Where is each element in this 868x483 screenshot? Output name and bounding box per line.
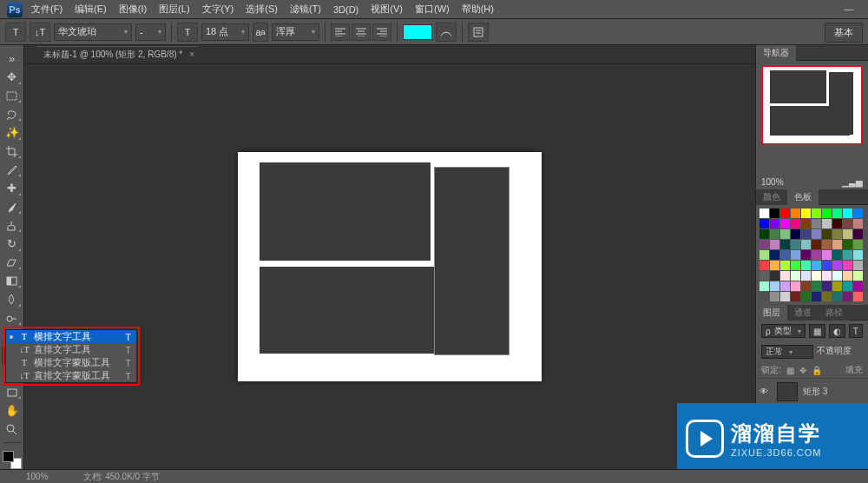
status-doc-info[interactable]: 文档: 450.0K/0 字节 [83,471,160,483]
swatches-tab[interactable]: 色板 [787,189,819,205]
flyout-vertical-type-mask[interactable]: ↓T 直排文字蒙版工具 T [6,369,136,382]
swatch[interactable] [843,219,852,228]
swatch[interactable] [791,281,800,291]
menu-layer[interactable]: 图层(L) [159,3,189,16]
swatch[interactable] [843,292,852,301]
swatch[interactable] [822,292,832,301]
swatch[interactable] [780,271,790,281]
swatch[interactable] [832,250,842,260]
filter-adjust-icon[interactable]: ◐ [829,324,845,338]
menu-view[interactable]: 视图(V) [371,3,403,16]
filter-type-icon[interactable]: T [849,324,863,338]
swatch[interactable] [770,292,779,301]
menu-select[interactable]: 选择(S) [246,3,278,16]
swatch[interactable] [832,261,842,270]
swatch[interactable] [780,261,790,270]
menu-help[interactable]: 帮助(H) [462,3,494,16]
swatch[interactable] [760,292,769,301]
swatch[interactable] [812,281,821,291]
navigator-thumbnail[interactable] [762,66,862,144]
flyout-horizontal-type[interactable]: T 横排文字工具 T [6,330,136,343]
swatch[interactable] [822,250,832,260]
swatch[interactable] [780,208,790,218]
swatch[interactable] [791,240,800,249]
brush-tool[interactable] [2,199,23,215]
swatch[interactable] [780,250,790,260]
swatch[interactable] [853,250,863,260]
swatch[interactable] [791,208,800,218]
color-tab[interactable]: 颜色 [756,189,787,205]
swatch[interactable] [770,281,779,291]
swatch[interactable] [832,229,842,239]
swatch[interactable] [791,292,800,301]
swatch[interactable] [853,261,863,270]
swatch[interactable] [791,219,800,228]
magic-wand-tool[interactable]: ✨ [2,124,23,141]
zoom-slider-icon[interactable]: ▁▃▅ [842,177,863,187]
type-tool-preset-icon[interactable]: T [5,23,26,42]
menu-file[interactable]: 文件(F) [31,3,62,16]
history-brush-tool[interactable]: ↻ [2,235,23,252]
font-size-select[interactable]: 18 点 [201,23,249,41]
swatch[interactable] [812,240,821,249]
menu-type[interactable]: 文字(Y) [202,3,234,16]
font-family-select[interactable]: 华文琥珀 [54,23,132,41]
swatch[interactable] [801,229,811,239]
visibility-toggle-icon[interactable]: 👁 [760,387,772,396]
swatch[interactable] [843,281,852,291]
swatch[interactable] [791,261,800,270]
swatch[interactable] [853,271,863,281]
align-right-button[interactable] [372,23,391,41]
swatch[interactable] [812,261,821,270]
swatch[interactable] [760,208,769,218]
close-tab-icon[interactable]: × [189,50,194,59]
swatch[interactable] [801,271,811,281]
layers-tab[interactable]: 图层 [756,305,787,321]
flyout-horizontal-type-mask[interactable]: T 横排文字蒙版工具 T [6,356,136,369]
swatch[interactable] [780,240,790,249]
tool-tab-icon[interactable]: » [2,50,23,67]
swatch[interactable] [812,208,821,218]
swatch[interactable] [801,281,811,291]
lock-pixels-icon[interactable]: ▦ [786,366,794,375]
align-center-button[interactable] [352,23,371,41]
swatch[interactable] [843,208,852,218]
swatch[interactable] [832,271,842,281]
lock-all-icon[interactable]: 🔒 [812,366,822,375]
menu-filter[interactable]: 滤镜(T) [290,3,321,16]
layer-kind-select[interactable]: ρ类型 [761,324,806,338]
flyout-vertical-type[interactable]: ↓T 直排文字工具 T [6,343,136,356]
clone-stamp-tool[interactable] [2,217,23,234]
zoom-tool[interactable] [2,421,23,438]
swatch[interactable] [780,281,790,291]
swatch[interactable] [760,219,769,228]
foreground-color[interactable] [3,451,14,462]
swatch[interactable] [760,271,769,281]
warp-text-icon[interactable] [436,23,457,42]
text-color-swatch[interactable] [403,24,432,40]
swatch[interactable] [801,250,811,260]
swatch[interactable] [822,281,832,291]
swatch[interactable] [822,208,832,218]
crop-tool[interactable] [2,143,23,160]
swatch[interactable] [853,281,863,291]
blur-tool[interactable] [2,291,23,308]
swatch[interactable] [853,292,863,301]
swatch[interactable] [770,250,779,260]
minimize-button[interactable]: — [840,3,858,16]
swatch[interactable] [853,229,863,239]
swatch[interactable] [760,261,769,270]
swatch[interactable] [822,261,832,270]
swatch[interactable] [770,208,779,218]
gradient-tool[interactable] [2,273,23,289]
swatch[interactable] [780,229,790,239]
swatch[interactable] [760,229,769,239]
swatch[interactable] [770,229,779,239]
eraser-tool[interactable] [2,255,23,271]
swatch[interactable] [791,229,800,239]
swatch[interactable] [812,292,821,301]
paths-tab[interactable]: 路径 [819,305,850,321]
swatch[interactable] [760,240,769,249]
align-left-button[interactable] [331,23,350,41]
swatch[interactable] [770,219,779,228]
